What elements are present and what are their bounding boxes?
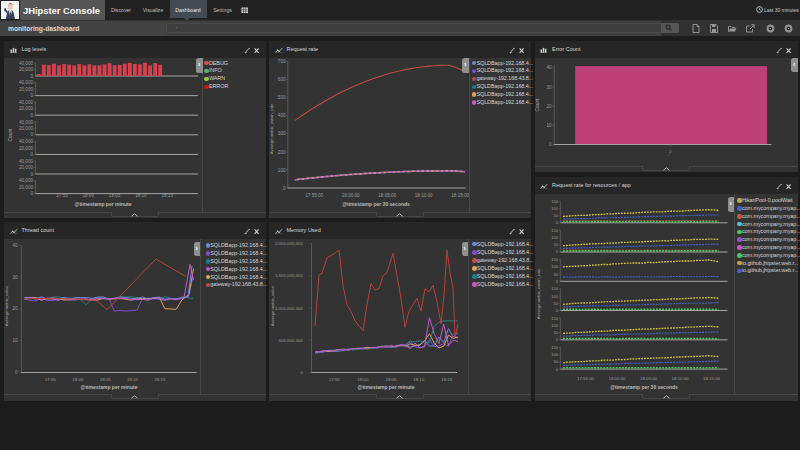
svg-text:18:10: 18:10: [135, 193, 147, 198]
svg-text:18:10:00: 18:10:00: [415, 193, 433, 198]
svg-text:18:00: 18:00: [83, 193, 95, 198]
svg-text:18:00:00: 18:00:00: [608, 376, 626, 381]
svg-text:0: 0: [30, 152, 33, 157]
svg-text:Average metric_value: Average metric_value: [4, 285, 9, 326]
svg-text:100: 100: [551, 294, 559, 299]
svg-text:40,000: 40,000: [19, 159, 33, 164]
svg-text:18:15: 18:15: [441, 377, 453, 382]
svg-text:0: 0: [555, 308, 558, 313]
svg-text:Average metric_mean_rate: Average metric_mean_rate: [536, 268, 541, 319]
svg-text:100: 100: [278, 168, 286, 173]
svg-text:20,000: 20,000: [19, 146, 33, 151]
svg-text:150: 150: [551, 257, 559, 262]
svg-text:50: 50: [553, 330, 558, 335]
svg-text:40: 40: [12, 243, 18, 248]
svg-text:20,000: 20,000: [19, 106, 33, 111]
svg-text:_all: _all: [665, 149, 673, 156]
svg-text:10: 10: [12, 338, 18, 343]
svg-text:100: 100: [551, 323, 559, 328]
svg-text:700: 700: [278, 59, 286, 64]
svg-text:@timestamp per minute: @timestamp per minute: [81, 384, 138, 390]
svg-text:18:00: 18:00: [72, 377, 84, 382]
svg-text:50: 50: [553, 301, 558, 306]
svg-text:0: 0: [30, 191, 33, 196]
svg-text:18:05: 18:05: [386, 377, 398, 382]
svg-text:20,000: 20,000: [19, 67, 33, 72]
svg-text:0: 0: [30, 172, 33, 177]
svg-text:500: 500: [278, 95, 286, 100]
svg-text:0: 0: [30, 113, 33, 118]
svg-text:40,000: 40,000: [19, 139, 33, 144]
svg-text:17:55:00: 17:55:00: [576, 376, 594, 381]
svg-text:0: 0: [555, 279, 558, 284]
svg-text:40,000: 40,000: [19, 178, 33, 183]
svg-text:400: 400: [278, 113, 286, 118]
svg-text:30: 30: [546, 85, 552, 90]
svg-text:@timestamp per 30 seconds: @timestamp per 30 seconds: [342, 201, 410, 207]
svg-text:18:15:00: 18:15:00: [451, 193, 469, 198]
svg-text:0: 0: [283, 186, 286, 191]
svg-text:100: 100: [551, 206, 559, 211]
svg-text:18:15: 18:15: [154, 377, 166, 382]
svg-text:0: 0: [549, 142, 552, 147]
svg-text:Count: Count: [534, 98, 539, 111]
svg-text:30: 30: [12, 275, 18, 280]
svg-text:17:55:00: 17:55:00: [305, 193, 323, 198]
svg-text:0: 0: [555, 337, 558, 342]
svg-text:Average metric_value: Average metric_value: [270, 285, 275, 326]
svg-text:18:05: 18:05: [109, 193, 121, 198]
svg-text:100: 100: [551, 264, 559, 269]
svg-text:100: 100: [551, 352, 559, 357]
svg-text:10: 10: [546, 123, 552, 128]
svg-text:150: 150: [551, 345, 559, 350]
svg-text:0: 0: [555, 220, 558, 225]
svg-text:@timestamp per minute: @timestamp per minute: [75, 201, 132, 207]
svg-text:17:55: 17:55: [45, 377, 57, 382]
svg-text:18:05:00: 18:05:00: [639, 376, 657, 381]
svg-text:50: 50: [553, 242, 558, 247]
svg-text:50: 50: [553, 359, 558, 364]
svg-text:150: 150: [551, 316, 559, 321]
svg-text:300: 300: [278, 131, 286, 136]
svg-text:40,000: 40,000: [19, 61, 33, 66]
svg-text:Average metric_mean_rate: Average metric_mean_rate: [269, 103, 274, 154]
svg-text:150: 150: [551, 228, 559, 233]
svg-text:500,000,000: 500,000,000: [279, 338, 304, 343]
svg-text:20,000: 20,000: [19, 126, 33, 131]
svg-text:200: 200: [278, 150, 286, 155]
svg-text:20: 20: [12, 306, 18, 311]
svg-text:18:00:00: 18:00:00: [342, 193, 360, 198]
svg-text:0: 0: [301, 370, 304, 375]
svg-text:0: 0: [15, 370, 18, 375]
svg-text:18:05:00: 18:05:00: [378, 193, 396, 198]
svg-text:100: 100: [551, 235, 559, 240]
svg-text:600: 600: [278, 77, 286, 82]
svg-text:20,000: 20,000: [19, 185, 33, 190]
svg-text:18:10: 18:10: [127, 377, 139, 382]
svg-text:@timestamp per minute: @timestamp per minute: [358, 384, 415, 390]
svg-text:20: 20: [546, 104, 552, 109]
svg-text:17:55: 17:55: [56, 193, 68, 198]
svg-text:@timestamp per 30 seconds: @timestamp per 30 seconds: [610, 384, 678, 390]
svg-text:150: 150: [551, 199, 559, 204]
svg-text:18:00: 18:00: [358, 377, 370, 382]
svg-text:Count: Count: [8, 128, 13, 141]
svg-text:18:15: 18:15: [161, 193, 173, 198]
svg-text:18:05: 18:05: [100, 377, 112, 382]
svg-text:1,500,000,000: 1,500,000,000: [275, 273, 304, 278]
svg-text:0: 0: [30, 74, 33, 79]
svg-text:0: 0: [555, 367, 558, 372]
svg-text:50: 50: [553, 213, 558, 218]
svg-text:18:10: 18:10: [413, 377, 425, 382]
svg-text:0: 0: [555, 249, 558, 254]
svg-text:0: 0: [30, 93, 33, 98]
svg-text:40,000: 40,000: [19, 80, 33, 85]
svg-text:40,000: 40,000: [19, 100, 33, 105]
svg-text:50: 50: [553, 272, 558, 277]
svg-text:150: 150: [551, 286, 559, 291]
svg-text:18:15:00: 18:15:00: [702, 376, 720, 381]
svg-text:18:10:00: 18:10:00: [671, 376, 689, 381]
svg-text:40: 40: [546, 65, 552, 70]
svg-text:2,000,000,000: 2,000,000,000: [275, 241, 304, 246]
svg-text:0: 0: [30, 132, 33, 137]
